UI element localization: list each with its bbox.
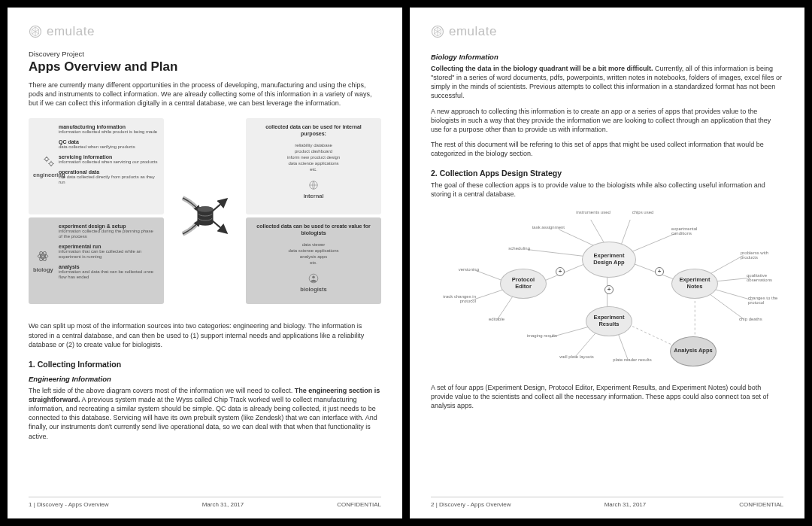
biologists-quadrant: collected data can be used to create val… — [246, 217, 381, 304]
footer-center: March 31, 2017 — [202, 501, 244, 508]
item-desc: live data collected directly from produc… — [59, 175, 158, 185]
node-experiment-design: Experiment Design App — [582, 242, 636, 278]
footer-right: CONFIDENTIAL — [337, 501, 381, 508]
leaf-chip-deaths: chip deaths — [739, 317, 784, 322]
intro-paragraph: There are currently many different oppor… — [29, 81, 381, 108]
svg-point-1 — [45, 158, 49, 162]
node-experiment-notes: Experiment Notes — [671, 269, 718, 299]
globe-icon — [308, 180, 319, 190]
biologists-persona: biologists — [255, 273, 372, 293]
engineering-quadrant: engineering manufacturing informationinf… — [29, 118, 164, 214]
svg-line-26 — [471, 289, 505, 300]
leaf-problems: problems with products — [741, 251, 786, 260]
p2-para-1: Collecting the data in the biology quadr… — [431, 64, 783, 101]
svg-line-27 — [498, 296, 513, 318]
svg-line-34 — [710, 294, 744, 319]
brand-name: emulate — [47, 24, 95, 39]
page-footer: 1 | Discovery - Apps Overview March 31, … — [29, 497, 381, 508]
eng-info-heading: Engineering Information — [29, 375, 381, 383]
footer-right: CONFIDENTIAL — [739, 501, 783, 508]
svg-point-13 — [197, 207, 213, 213]
atom-icon — [36, 249, 50, 263]
apps-relation-diagram: Experiment Design App Protocol Editor Ex… — [431, 210, 783, 375]
section-1-heading: 1. Collecting Information — [29, 360, 381, 369]
leaf-track-changes: track changes in protocol — [431, 294, 476, 304]
page-footer: 2 | Discovery - Apps Overview March 31, … — [431, 497, 783, 508]
leaf-instruments-used: instruments used — [571, 210, 616, 215]
node-analysis-apps: Analysis Apps — [670, 336, 717, 366]
svg-line-19 — [528, 249, 591, 257]
item-desc: information and data that can be collect… — [59, 269, 158, 280]
information-flow-diagram: engineering manufacturing informationinf… — [29, 118, 381, 314]
item-desc: information collected when servicing our… — [59, 160, 158, 165]
leaf-editable: editable — [459, 317, 504, 322]
internal-head: collected data can be used for internal … — [255, 124, 372, 138]
eyebrow: Discovery Project — [29, 50, 381, 58]
svg-line-31 — [710, 255, 744, 274]
page-1: emulate Discovery Project Apps Overview … — [8, 8, 402, 518]
internal-quadrant: collected data can be used for internal … — [246, 118, 381, 214]
page-title: Apps Overview and Plan — [29, 59, 381, 74]
brand-logo-icon — [431, 25, 444, 38]
plus-icon: + — [604, 285, 614, 294]
svg-line-20 — [542, 263, 586, 281]
item-desc: information collected while product is b… — [59, 129, 158, 135]
node-experiment-results: Experiment Results — [586, 306, 632, 336]
brand-logo-icon — [29, 25, 42, 38]
svg-line-33 — [714, 289, 752, 300]
item-desc: information collected during the plannin… — [59, 229, 158, 239]
footer-left: 1 | Discovery - Apps Overview — [29, 501, 109, 508]
footer-center: March 31, 2017 — [604, 501, 647, 508]
leaf-chips-used: chips used — [620, 210, 665, 215]
brand-header: emulate — [431, 24, 783, 39]
internal-list: reliability database product dashboard i… — [255, 142, 372, 172]
item-title: analysis — [59, 264, 158, 269]
paragraph-2: We can split up most of the information … — [29, 321, 381, 348]
leaf-task-assignment: task assignment — [520, 225, 565, 230]
leaf-qualitative: qualitative observations — [747, 273, 792, 283]
leaf-well-plate: well plate layouts — [554, 354, 599, 360]
plus-icon: + — [655, 267, 664, 276]
leaf-plate-reader: plate reader results — [610, 357, 655, 363]
svg-point-9 — [312, 276, 315, 279]
item-title: operational data — [59, 169, 158, 175]
database-icon — [171, 182, 239, 250]
paragraph-3: The left side of the above diagram cover… — [29, 386, 381, 441]
node-protocol-editor: Protocol Editor — [500, 269, 547, 299]
svg-line-17 — [620, 220, 630, 247]
gears-icon — [42, 155, 56, 169]
internal-persona: internal — [255, 180, 372, 199]
svg-point-2 — [50, 163, 53, 166]
leaf-experimental-conditions: experimental conditions — [671, 227, 717, 236]
svg-line-18 — [632, 233, 676, 251]
leaf-scheduling: scheduling — [485, 246, 530, 251]
section-2-heading: 2. Collection Apps Design Strategy — [431, 169, 783, 178]
engineering-label: engineering — [33, 155, 65, 178]
brand-header: emulate — [29, 24, 381, 39]
person-icon — [308, 273, 319, 284]
svg-line-32 — [714, 278, 750, 281]
biologists-list: data viewer data science applications an… — [255, 242, 372, 266]
leaf-changes-protocol: changes to the protocol — [748, 296, 793, 306]
item-title: experiment design & setup — [59, 223, 158, 229]
brand-name: emulate — [449, 24, 497, 39]
biology-quadrant: biology experiment design & setupinforma… — [29, 217, 164, 304]
p2-para-4: The goal of these collection apps is to … — [431, 181, 783, 199]
p2-para-3: The rest of this document will be referi… — [431, 140, 783, 158]
p2-para-5: A set of four apps (Experiment Design, P… — [431, 383, 783, 410]
item-desc: information that can be collected while … — [59, 249, 158, 260]
leaf-imaging-results: imaging results — [512, 333, 557, 339]
bio-info-heading: Biology Information — [431, 53, 783, 61]
biologists-head: collected data can be used to create val… — [255, 223, 372, 237]
item-title: servicing information — [59, 154, 158, 160]
biology-label: biology — [33, 249, 53, 272]
item-desc: data collected when verifying products — [59, 144, 158, 150]
plus-icon: + — [556, 267, 565, 276]
page-2: emulate Biology Information Collecting t… — [410, 8, 804, 518]
p2-para-2: A new approach to collecting this inform… — [431, 107, 783, 134]
leaf-versioning: versioning — [434, 267, 479, 272]
item-title: QC data — [59, 139, 158, 144]
footer-left: 2 | Discovery - Apps Overview — [431, 501, 511, 508]
svg-point-3 — [42, 255, 44, 257]
item-title: experimental run — [59, 244, 158, 249]
